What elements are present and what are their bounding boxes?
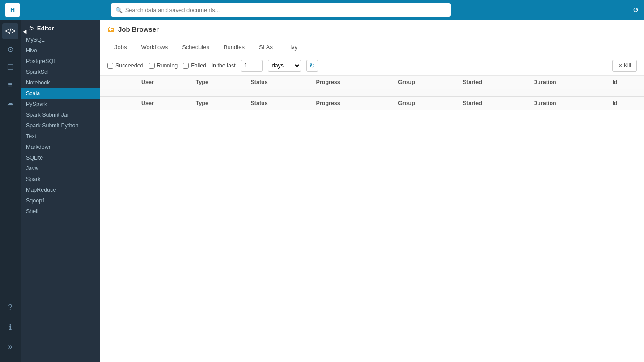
editor-sidebar-item-sparksql[interactable]: SparkSql [21, 67, 100, 77]
editor-sidebar-item-spark-submit-python[interactable]: Spark Submit Python [21, 120, 100, 131]
icon-sidebar: </> ⊙ ❏ ≡ ☁ ? ℹ » [0, 20, 21, 362]
filter-bar: Succeeded Running Failed in the last day… [100, 56, 644, 76]
running-checkbox[interactable] [149, 63, 155, 69]
col-header-started: Started [458, 76, 528, 89]
search-input[interactable] [111, 3, 451, 17]
refresh-icon[interactable]: ↺ [633, 6, 639, 14]
editor-sidebar-item-scala[interactable]: Scala [21, 88, 100, 99]
kill-button[interactable]: ✕ Kill [612, 60, 637, 72]
editor-sidebar-item-notebook[interactable]: Notebook [21, 77, 100, 88]
job-browser-icon: 🗂 [107, 25, 114, 34]
col-header-id: Id [607, 97, 644, 110]
in-the-last-label: in the last [212, 63, 236, 69]
top-bar: H 🔍 ↺ [0, 0, 644, 20]
editor-sidebar-item-spark-submit-jar[interactable]: Spark Submit Jar [21, 109, 100, 120]
editor-sidebar-item-markdown[interactable]: Markdown [21, 142, 100, 152]
collapse-sidebar-button[interactable]: ◀ [21, 24, 29, 38]
failed-filter[interactable]: Failed [183, 63, 206, 69]
app-logo[interactable]: H [5, 3, 20, 17]
editor-sidebar-item-mysql[interactable]: MySQL [21, 34, 100, 45]
sidebar-icon-help[interactable]: ? [2, 299, 18, 316]
jobs-table-1-header: UserTypeStatusProgressGroupStartedDurati… [100, 76, 644, 89]
col-header-id: Id [607, 76, 644, 89]
col-header-type: Type [191, 97, 246, 110]
sidebar-icon-database[interactable]: ⊙ [2, 41, 18, 57]
chevron-left-icon: ◀ [23, 29, 26, 34]
col-header-progress: Progress [311, 76, 393, 89]
content-area: 🗂 Job Browser JobsWorkflowsSchedulesBund… [100, 20, 644, 362]
time-period-select[interactable]: dayshoursminutes [268, 60, 301, 72]
col-header-group: Group [393, 97, 457, 110]
editor-sidebar-item-hive[interactable]: Hive [21, 45, 100, 56]
editor-sidebar-item-mapreduce[interactable]: MapReduce [21, 185, 100, 195]
succeeded-filter[interactable]: Succeeded [107, 63, 144, 69]
refresh-button[interactable]: ↻ [306, 60, 318, 72]
page-title: Job Browser [118, 25, 159, 33]
editor-sidebar: </> Editor MySQLHivePostgreSQLSparkSqlNo… [21, 20, 100, 362]
col-header-user: User [136, 97, 191, 110]
sidebar-icon-info[interactable]: ℹ [2, 319, 18, 335]
editor-sidebar-item-text[interactable]: Text [21, 131, 100, 142]
jobs-table-2-header: UserTypeStatusProgressGroupStartedDurati… [100, 97, 644, 110]
sidebar-icon-expand[interactable]: » [2, 339, 18, 355]
col-header-started: Started [458, 97, 528, 110]
col-header-group: Group [393, 76, 457, 89]
tab-jobs[interactable]: Jobs [107, 39, 134, 56]
editor-sidebar-item-java[interactable]: Java [21, 163, 100, 174]
failed-checkbox[interactable] [183, 63, 189, 69]
tab-slas[interactable]: SLAs [252, 39, 280, 56]
running-filter[interactable]: Running [149, 63, 178, 69]
sidebar-icon-editor[interactable]: </> [2, 23, 18, 39]
col-header-duration: Duration [528, 76, 607, 89]
search-container: 🔍 [111, 3, 451, 17]
icon-sidebar-bottom: ? ℹ » [2, 299, 18, 362]
main-layout: </> ⊙ ❏ ≡ ☁ ? ℹ » </> Edito [0, 20, 644, 362]
editor-sidebar-item-shell[interactable]: Shell [21, 206, 100, 217]
succeeded-checkbox[interactable] [107, 63, 113, 69]
editor-sidebar-item-spark[interactable]: Spark [21, 174, 100, 185]
col-header-progress: Progress [311, 97, 393, 110]
tab-schedules[interactable]: Schedules [175, 39, 216, 56]
sidebar-icon-documents[interactable]: ❏ [2, 59, 18, 75]
editor-sidebar-items: MySQLHivePostgreSQLSparkSqlNotebookScala… [21, 34, 100, 217]
tab-livy[interactable]: Livy [280, 39, 305, 56]
editor-sidebar-item-pyspark[interactable]: PySpark [21, 99, 100, 109]
tab-bundles[interactable]: Bundles [216, 39, 252, 56]
time-number-input[interactable] [241, 60, 263, 72]
table-area: UserTypeStatusProgressGroupStartedDurati… [100, 76, 644, 362]
editor-sidebar-item-postgresql[interactable]: PostgreSQL [21, 56, 100, 67]
editor-sidebar-item-sqoop1[interactable]: Sqoop1 [21, 195, 100, 206]
col-header-user: User [136, 76, 191, 89]
jobs-table-1: UserTypeStatusProgressGroupStartedDurati… [100, 76, 644, 89]
search-icon: 🔍 [115, 7, 123, 13]
content-header: 🗂 Job Browser [100, 20, 644, 39]
tabs-bar: JobsWorkflowsSchedulesBundlesSLAsLivy [100, 39, 644, 56]
col-header-duration: Duration [528, 97, 607, 110]
jobs-table-2: UserTypeStatusProgressGroupStartedDurati… [100, 97, 644, 110]
sidebar-icon-cloud[interactable]: ☁ [2, 95, 18, 111]
editor-sidebar-item-sqlite[interactable]: SQLite [21, 152, 100, 163]
editor-sidebar-header: </> Editor [21, 21, 100, 34]
sidebar-icon-tables[interactable]: ≡ [2, 77, 18, 93]
tab-workflows[interactable]: Workflows [134, 39, 175, 56]
col-header-status: Status [245, 97, 310, 110]
col-header-type: Type [191, 76, 246, 89]
col-header-status: Status [245, 76, 310, 89]
